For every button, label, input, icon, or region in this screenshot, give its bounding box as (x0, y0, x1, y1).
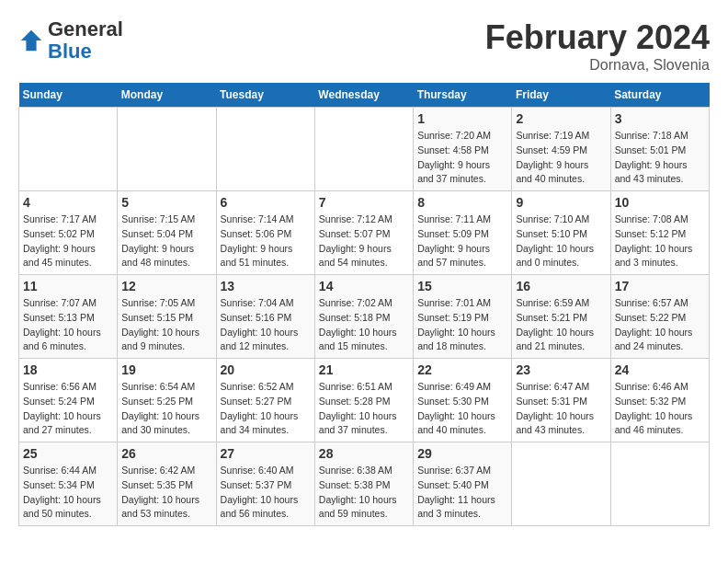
main-title: February 2024 (485, 18, 710, 57)
day-info: Sunrise: 7:19 AM Sunset: 4:59 PM Dayligh… (516, 129, 606, 187)
calendar-cell: 6Sunrise: 7:14 AM Sunset: 5:06 PM Daylig… (216, 191, 314, 275)
day-info: Sunrise: 7:18 AM Sunset: 5:01 PM Dayligh… (615, 129, 705, 187)
day-number: 2 (516, 111, 606, 126)
day-info: Sunrise: 6:42 AM Sunset: 5:35 PM Dayligh… (121, 464, 211, 522)
day-number: 4 (23, 195, 113, 210)
calendar-cell: 7Sunrise: 7:12 AM Sunset: 5:07 PM Daylig… (314, 191, 413, 275)
calendar-table: SundayMondayTuesdayWednesdayThursdayFrid… (18, 83, 710, 526)
day-number: 11 (23, 279, 113, 293)
calendar-cell (19, 108, 118, 191)
day-info: Sunrise: 6:49 AM Sunset: 5:30 PM Dayligh… (417, 380, 507, 438)
calendar-cell: 27Sunrise: 6:40 AM Sunset: 5:37 PM Dayli… (216, 442, 314, 526)
calendar-cell (314, 108, 413, 191)
calendar-cell: 13Sunrise: 7:04 AM Sunset: 5:16 PM Dayli… (216, 275, 314, 359)
day-number: 8 (417, 195, 507, 210)
logo-icon (18, 28, 44, 53)
calendar-day-header: Sunday (19, 83, 118, 108)
day-info: Sunrise: 6:54 AM Sunset: 5:25 PM Dayligh… (121, 380, 211, 438)
day-info: Sunrise: 7:14 AM Sunset: 5:06 PM Dayligh… (221, 213, 311, 270)
calendar-day-header: Tuesday (216, 83, 314, 108)
day-info: Sunrise: 6:51 AM Sunset: 5:28 PM Dayligh… (319, 380, 409, 438)
day-number: 14 (319, 279, 409, 293)
day-number: 10 (615, 195, 705, 210)
calendar-day-header: Friday (512, 83, 610, 108)
calendar-cell: 12Sunrise: 7:05 AM Sunset: 5:15 PM Dayli… (118, 275, 216, 359)
calendar-cell: 10Sunrise: 7:08 AM Sunset: 5:12 PM Dayli… (610, 191, 709, 275)
calendar-cell: 29Sunrise: 6:37 AM Sunset: 5:40 PM Dayli… (414, 442, 512, 526)
calendar-cell: 26Sunrise: 6:42 AM Sunset: 5:35 PM Dayli… (118, 442, 216, 526)
day-info: Sunrise: 7:08 AM Sunset: 5:12 PM Dayligh… (615, 213, 705, 270)
day-info: Sunrise: 7:11 AM Sunset: 5:09 PM Dayligh… (417, 213, 507, 270)
calendar-cell: 21Sunrise: 6:51 AM Sunset: 5:28 PM Dayli… (314, 359, 413, 442)
day-info: Sunrise: 6:46 AM Sunset: 5:32 PM Dayligh… (615, 380, 705, 438)
day-number: 25 (23, 446, 113, 461)
calendar-cell (512, 442, 610, 526)
logo-general: General (48, 17, 123, 40)
calendar-cell: 5Sunrise: 7:15 AM Sunset: 5:04 PM Daylig… (118, 191, 216, 275)
day-info: Sunrise: 7:07 AM Sunset: 5:13 PM Dayligh… (23, 296, 113, 354)
calendar-cell (216, 108, 314, 191)
day-number: 24 (615, 362, 705, 377)
title-block: February 2024 Dornava, Slovenia (485, 18, 710, 74)
calendar-cell: 20Sunrise: 6:52 AM Sunset: 5:27 PM Dayli… (216, 359, 314, 442)
day-number: 7 (319, 195, 409, 210)
calendar-cell: 23Sunrise: 6:47 AM Sunset: 5:31 PM Dayli… (512, 359, 610, 442)
calendar-cell: 9Sunrise: 7:10 AM Sunset: 5:10 PM Daylig… (512, 191, 610, 275)
calendar-cell: 8Sunrise: 7:11 AM Sunset: 5:09 PM Daylig… (414, 191, 512, 275)
day-number: 5 (121, 195, 211, 210)
day-number: 6 (221, 195, 311, 210)
day-number: 19 (121, 362, 211, 377)
calendar-cell: 11Sunrise: 7:07 AM Sunset: 5:13 PM Dayli… (19, 275, 118, 359)
day-info: Sunrise: 7:17 AM Sunset: 5:02 PM Dayligh… (23, 213, 113, 270)
day-info: Sunrise: 6:57 AM Sunset: 5:22 PM Dayligh… (615, 296, 705, 354)
calendar-week-row: 11Sunrise: 7:07 AM Sunset: 5:13 PM Dayli… (19, 275, 710, 359)
calendar-cell: 15Sunrise: 7:01 AM Sunset: 5:19 PM Dayli… (414, 275, 512, 359)
day-number: 1 (417, 111, 507, 126)
logo-text: General Blue (48, 18, 123, 63)
day-info: Sunrise: 7:15 AM Sunset: 5:04 PM Dayligh… (121, 213, 211, 270)
day-info: Sunrise: 6:47 AM Sunset: 5:31 PM Dayligh… (516, 380, 606, 438)
day-info: Sunrise: 7:10 AM Sunset: 5:10 PM Dayligh… (516, 213, 606, 270)
calendar-week-row: 18Sunrise: 6:56 AM Sunset: 5:24 PM Dayli… (19, 359, 710, 442)
day-info: Sunrise: 7:01 AM Sunset: 5:19 PM Dayligh… (417, 296, 507, 354)
day-number: 15 (417, 279, 507, 293)
day-info: Sunrise: 6:37 AM Sunset: 5:40 PM Dayligh… (417, 464, 507, 522)
calendar-day-header: Saturday (610, 83, 709, 108)
day-number: 27 (221, 446, 311, 461)
calendar-cell: 4Sunrise: 7:17 AM Sunset: 5:02 PM Daylig… (19, 191, 118, 275)
day-number: 22 (417, 362, 507, 377)
calendar-day-header: Wednesday (314, 83, 413, 108)
calendar-cell: 19Sunrise: 6:54 AM Sunset: 5:25 PM Dayli… (118, 359, 216, 442)
calendar-day-header: Thursday (414, 83, 512, 108)
calendar-cell: 22Sunrise: 6:49 AM Sunset: 5:30 PM Dayli… (414, 359, 512, 442)
day-info: Sunrise: 6:59 AM Sunset: 5:21 PM Dayligh… (516, 296, 606, 354)
calendar-cell: 17Sunrise: 6:57 AM Sunset: 5:22 PM Dayli… (610, 275, 709, 359)
day-info: Sunrise: 6:56 AM Sunset: 5:24 PM Dayligh… (23, 380, 113, 438)
day-number: 26 (121, 446, 211, 461)
day-number: 28 (319, 446, 409, 461)
calendar-cell (118, 108, 216, 191)
calendar-cell: 28Sunrise: 6:38 AM Sunset: 5:38 PM Dayli… (314, 442, 413, 526)
day-number: 17 (615, 279, 705, 293)
calendar-cell: 1Sunrise: 7:20 AM Sunset: 4:58 PM Daylig… (414, 108, 512, 191)
day-number: 3 (615, 111, 705, 126)
calendar-cell: 14Sunrise: 7:02 AM Sunset: 5:18 PM Dayli… (314, 275, 413, 359)
calendar-cell: 16Sunrise: 6:59 AM Sunset: 5:21 PM Dayli… (512, 275, 610, 359)
calendar-week-row: 25Sunrise: 6:44 AM Sunset: 5:34 PM Dayli… (19, 442, 710, 526)
calendar-week-row: 4Sunrise: 7:17 AM Sunset: 5:02 PM Daylig… (19, 191, 710, 275)
calendar-cell: 25Sunrise: 6:44 AM Sunset: 5:34 PM Dayli… (19, 442, 118, 526)
calendar-body: 1Sunrise: 7:20 AM Sunset: 4:58 PM Daylig… (19, 108, 710, 526)
calendar-cell: 18Sunrise: 6:56 AM Sunset: 5:24 PM Dayli… (19, 359, 118, 442)
day-number: 16 (516, 279, 606, 293)
day-info: Sunrise: 7:04 AM Sunset: 5:16 PM Dayligh… (221, 296, 311, 354)
day-info: Sunrise: 7:02 AM Sunset: 5:18 PM Dayligh… (319, 296, 409, 354)
calendar-cell (610, 442, 709, 526)
day-info: Sunrise: 7:05 AM Sunset: 5:15 PM Dayligh… (121, 296, 211, 354)
day-number: 18 (23, 362, 113, 377)
day-number: 23 (516, 362, 606, 377)
page-header: General Blue February 2024 Dornava, Slov… (18, 18, 710, 74)
calendar-week-row: 1Sunrise: 7:20 AM Sunset: 4:58 PM Daylig… (19, 108, 710, 191)
day-number: 29 (417, 446, 507, 461)
calendar-cell: 2Sunrise: 7:19 AM Sunset: 4:59 PM Daylig… (512, 108, 610, 191)
day-info: Sunrise: 6:52 AM Sunset: 5:27 PM Dayligh… (221, 380, 311, 438)
